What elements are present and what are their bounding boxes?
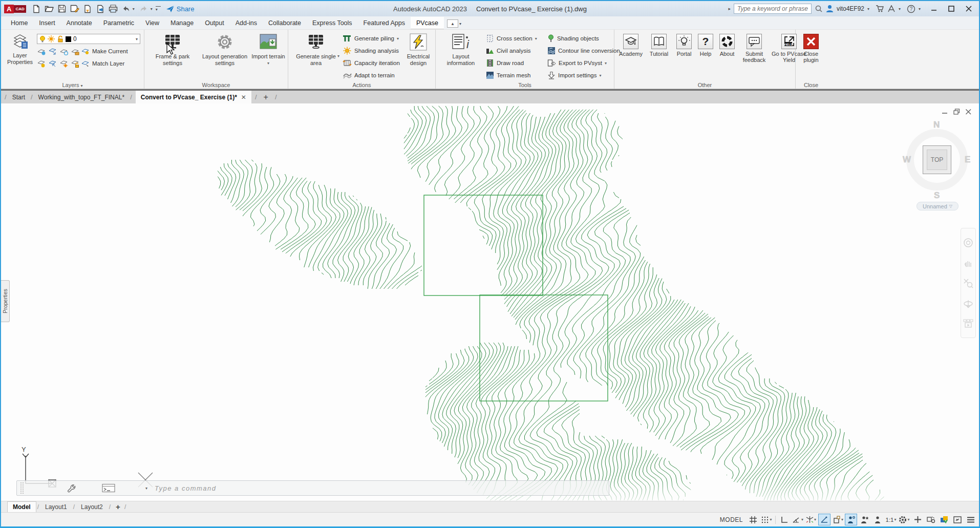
showmotion-icon[interactable] — [963, 319, 974, 328]
navigation-bar[interactable] — [961, 228, 976, 338]
tab-collaborate[interactable]: Collaborate — [263, 17, 307, 29]
import-terrain-caret-icon[interactable]: ▾ — [267, 60, 269, 67]
tab-featured-apps[interactable]: Featured Apps — [358, 17, 411, 29]
tab-pvcase[interactable]: PVcase — [411, 17, 444, 29]
share-button[interactable]: Share — [166, 5, 195, 13]
autocad-logo[interactable]: ACAD — [4, 5, 26, 13]
layer-unisolate-icon[interactable] — [48, 59, 58, 68]
import-settings-caret-icon[interactable]: ▾ — [599, 73, 601, 78]
properties-palette-tab[interactable]: Properties — [1, 280, 10, 322]
academy-button[interactable]: Academy — [617, 34, 644, 57]
isodraft-caret-icon[interactable]: ▾ — [814, 517, 816, 522]
generate-piling-button[interactable]: Generate piling▾ — [343, 34, 399, 43]
undo-caret-icon[interactable]: ▾ — [133, 7, 138, 11]
clean-screen-icon[interactable] — [951, 514, 964, 525]
layout2-tab[interactable]: Layout2 — [76, 502, 108, 512]
draw-road-button[interactable]: Draw road — [486, 59, 524, 67]
command-options-caret-icon[interactable]: ▾ — [145, 486, 147, 491]
new-file-icon[interactable] — [30, 3, 43, 14]
tutorial-button[interactable]: Tutorial — [647, 34, 671, 57]
object-snap-icon[interactable]: ▾ — [832, 514, 844, 525]
user-menu-caret-icon[interactable]: ▾ — [867, 7, 872, 11]
shading-objects-button[interactable]: Shading objects — [547, 34, 599, 43]
tab-view[interactable]: View — [140, 17, 165, 29]
viewcube-top-face[interactable]: TOP — [923, 145, 951, 174]
tab-manage[interactable]: Manage — [165, 17, 199, 29]
tab-addins[interactable]: Add-ins — [230, 17, 263, 29]
search-input[interactable] — [734, 4, 812, 14]
object-snap-tracking-icon[interactable] — [818, 514, 830, 525]
file-tab-working-topo[interactable]: Working_with_topo_FT_FINAL* — [36, 91, 127, 103]
navwheel-icon[interactable] — [963, 238, 973, 248]
customize-qat-icon[interactable]: ▾ — [156, 6, 161, 12]
generate-single-caret-icon[interactable]: ▾ — [337, 53, 339, 59]
contour-line-conversion-button[interactable]: Contour line conversion — [547, 47, 620, 55]
viewcube-north[interactable]: N — [933, 120, 940, 130]
annotation-scale-value[interactable]: 1:1▾ — [885, 514, 897, 525]
snap-mode-icon[interactable]: ▾ — [760, 514, 773, 525]
layer-freeze-icon[interactable] — [37, 47, 47, 56]
layout1-tab[interactable]: Layout1 — [40, 502, 72, 512]
layout-generation-settings-button[interactable]: Layout generation settings — [199, 33, 251, 67]
zoom-extents-icon[interactable] — [963, 278, 973, 288]
tab-home[interactable]: Home — [5, 17, 33, 29]
export-pvsyst-caret-icon[interactable]: ▾ — [605, 61, 607, 66]
pan-icon[interactable] — [963, 259, 973, 268]
viewcube-south[interactable]: S — [934, 191, 940, 201]
terrain-mesh-button[interactable]: Terrain mesh — [486, 71, 530, 79]
annotation-scale-person-icon[interactable] — [871, 514, 884, 525]
user-avatar-icon[interactable] — [826, 5, 834, 13]
drawing-canvas[interactable]: Y Properties N W E S TOP Unnamed ▽ — [1, 103, 979, 501]
viewcube-west[interactable]: W — [903, 155, 911, 165]
make-current-button[interactable]: Make Current — [81, 47, 128, 55]
help-caret-icon[interactable]: ▾ — [919, 7, 924, 11]
drawing-close-icon[interactable] — [965, 109, 972, 115]
portal-button[interactable]: Portal — [674, 34, 694, 57]
layer-freeze2-icon[interactable] — [59, 47, 69, 56]
customize-command-icon[interactable] — [67, 483, 77, 493]
osnap-caret-icon[interactable]: ▾ — [841, 517, 843, 522]
civil-analysis-button[interactable]: Civil analysis — [486, 47, 530, 55]
match-layer-button[interactable]: Match Layer — [81, 59, 124, 67]
command-prompt-icon[interactable]: ▾ — [102, 483, 147, 493]
generate-single-area-button[interactable]: Generate single area ▾ — [293, 33, 338, 67]
new-layout-button[interactable]: + — [116, 502, 120, 511]
panel-title-layers[interactable]: Layers ▾ — [1, 82, 144, 88]
layout-information-button[interactable]: i Layout information — [439, 33, 483, 67]
cross-section-button[interactable]: Cross section▾ — [486, 34, 537, 43]
polar-tracking-icon[interactable]: ▾ — [792, 514, 804, 525]
autoscale-icon[interactable] — [858, 514, 870, 525]
maximize-button[interactable] — [944, 3, 958, 15]
snap-caret-icon[interactable]: ▾ — [770, 517, 772, 522]
submit-feedback-button[interactable]: Submit feedback — [740, 34, 769, 63]
search-expand-icon[interactable]: ▸ — [728, 6, 731, 11]
annotation-monitor-icon[interactable] — [911, 514, 924, 525]
model-space-toggle[interactable]: MODEL — [717, 514, 746, 525]
close-plugin-button[interactable]: Close plugin — [799, 34, 823, 63]
customization-menu-icon[interactable] — [965, 514, 977, 525]
save-icon[interactable] — [56, 3, 69, 14]
print-icon[interactable] — [107, 3, 120, 14]
viewcube[interactable]: N W E S TOP Unnamed ▽ — [902, 120, 973, 215]
file-tab-convert-pvcase[interactable]: Convert to PVcase_ Exercise (1)* ✕ — [136, 91, 251, 103]
workspace-caret-icon[interactable]: ▾ — [907, 517, 909, 522]
redo-caret-icon[interactable]: ▾ — [151, 7, 156, 11]
model-tab[interactable]: Model — [7, 501, 36, 513]
graphics-performance-icon[interactable] — [938, 514, 950, 525]
command-line[interactable]: ▾ Type a command — [16, 480, 609, 496]
tab-output[interactable]: Output — [199, 17, 230, 29]
shading-analysis-button[interactable]: Shading analysis — [343, 47, 399, 55]
access-caret-icon[interactable]: ▾ — [899, 7, 904, 11]
tab-parametric[interactable]: Parametric — [98, 17, 140, 29]
annotation-visibility-icon[interactable] — [845, 514, 857, 525]
redo-icon[interactable] — [138, 3, 151, 14]
layer-select[interactable]: 0 ▾ — [37, 34, 140, 44]
adapt-to-terrain-button[interactable]: Adapt to terrain — [343, 71, 395, 79]
save-as-icon[interactable] — [69, 3, 81, 14]
command-line-grip[interactable] — [20, 482, 24, 494]
boundary-rect-1[interactable] — [424, 195, 543, 295]
export-to-pvsyst-button[interactable]: Export to PVsyst▾ — [547, 59, 607, 67]
drawing-restore-icon[interactable] — [953, 109, 960, 115]
electrical-design-button[interactable]: Electrical design — [403, 33, 434, 67]
cross-section-caret-icon[interactable]: ▾ — [535, 36, 537, 41]
